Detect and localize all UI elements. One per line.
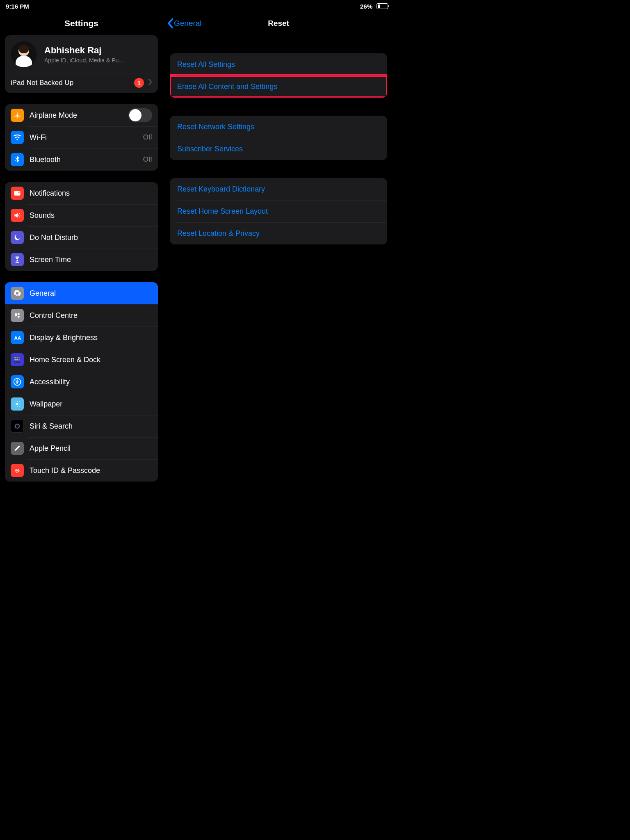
back-button[interactable]: General xyxy=(167,18,202,29)
sidebar-item-bluetooth[interactable]: Bluetooth Off xyxy=(5,148,158,171)
wifi-value: Off xyxy=(143,133,152,142)
sidebar-item-notifications[interactable]: Notifications xyxy=(5,182,158,204)
svg-rect-14 xyxy=(14,361,21,363)
display-icon: AA xyxy=(11,331,24,344)
airplane-icon xyxy=(11,109,24,122)
backup-warning-label: iPad Not Backed Up xyxy=(11,79,134,87)
accessibility-icon xyxy=(11,375,24,388)
wallpaper-label: Wallpaper xyxy=(30,400,152,409)
sidebar-item-pencil[interactable]: Apple Pencil xyxy=(5,437,158,459)
badge-count: 1 xyxy=(134,78,144,88)
erase-all-label: Erase All Content and Settings xyxy=(177,82,277,91)
battery-icon xyxy=(375,3,388,9)
svg-point-17 xyxy=(16,403,18,405)
subscriber-label: Subscriber Services xyxy=(177,145,243,153)
svg-rect-8 xyxy=(14,357,16,358)
svg-rect-13 xyxy=(18,359,20,360)
touchid-label: Touch ID & Passcode xyxy=(30,466,152,475)
svg-line-25 xyxy=(15,406,16,406)
pencil-label: Apple Pencil xyxy=(30,444,152,453)
reset-location[interactable]: Reset Location & Privacy xyxy=(170,222,387,244)
svg-point-3 xyxy=(18,191,20,193)
sidebar-item-siri[interactable]: Siri & Search xyxy=(5,415,158,437)
gear-icon xyxy=(11,287,24,300)
sidebar-item-sounds[interactable]: Sounds xyxy=(5,204,158,226)
svg-rect-4 xyxy=(15,313,17,316)
touchid-icon xyxy=(11,464,24,477)
reset-location-label: Reset Location & Privacy xyxy=(177,229,260,238)
screentime-label: Screen Time xyxy=(30,256,152,264)
subscriber-services[interactable]: Subscriber Services xyxy=(170,138,387,160)
screentime-icon xyxy=(11,253,24,266)
accessibility-label: Accessibility xyxy=(30,378,152,386)
siri-icon xyxy=(11,420,24,433)
reset-keyboard-label: Reset Keyboard Dictionary xyxy=(177,185,265,194)
svg-line-23 xyxy=(19,406,20,406)
sidebar-item-control[interactable]: Control Centre xyxy=(5,304,158,326)
reset-home-layout[interactable]: Reset Home Screen Layout xyxy=(170,200,387,222)
sidebar-group-alerts: Notifications Sounds Do Not Disturb Scre… xyxy=(5,182,158,271)
reset-network-label: Reset Network Settings xyxy=(177,123,254,131)
erase-all-content[interactable]: Erase All Content and Settings xyxy=(170,75,387,98)
detail-group-2: Reset Network Settings Subscriber Servic… xyxy=(170,116,387,160)
dnd-icon xyxy=(11,231,24,244)
general-label: General xyxy=(30,289,152,298)
bluetooth-label: Bluetooth xyxy=(30,155,140,164)
reset-all-label: Reset All Settings xyxy=(177,60,235,69)
chevron-right-icon xyxy=(148,79,152,87)
svg-point-16 xyxy=(16,379,18,381)
control-label: Control Centre xyxy=(30,311,152,320)
avatar xyxy=(11,41,37,67)
bluetooth-icon xyxy=(11,153,24,166)
svg-line-24 xyxy=(19,402,20,402)
detail-pane: General Reset Reset All Settings Erase A… xyxy=(163,11,394,525)
wifi-label: Wi-Fi xyxy=(30,133,140,142)
notifications-label: Notifications xyxy=(30,189,152,198)
settings-sidebar: Settings Abhishek Raj Apple ID, iCloud, … xyxy=(0,11,163,525)
svg-point-5 xyxy=(18,313,20,315)
wallpaper-icon xyxy=(11,397,24,411)
airplane-toggle[interactable] xyxy=(128,108,152,122)
backup-warning-row[interactable]: iPad Not Backed Up 1 xyxy=(5,73,158,93)
reset-keyboard[interactable]: Reset Keyboard Dictionary xyxy=(170,178,387,200)
svg-rect-11 xyxy=(14,359,16,360)
sidebar-item-general[interactable]: General xyxy=(5,282,158,304)
appleid-card: Abhishek Raj Apple ID, iCloud, Media & P… xyxy=(5,35,158,93)
notifications-icon xyxy=(11,187,24,200)
reset-home-label: Reset Home Screen Layout xyxy=(177,207,268,216)
sidebar-item-wallpaper[interactable]: Wallpaper xyxy=(5,393,158,415)
pencil-icon xyxy=(11,442,24,455)
control-centre-icon xyxy=(11,309,24,322)
detail-group-1: Reset All Settings Erase All Content and… xyxy=(170,53,387,98)
reset-all-settings[interactable]: Reset All Settings xyxy=(170,53,387,75)
detail-header: General Reset xyxy=(163,11,394,35)
appleid-subtitle: Apple ID, iCloud, Media & Pu… xyxy=(44,57,124,64)
sidebar-item-airplane[interactable]: Airplane Mode xyxy=(5,104,158,126)
home-screen-icon xyxy=(11,353,24,366)
sidebar-item-wifi[interactable]: Wi-Fi Off xyxy=(5,126,158,148)
sidebar-item-screentime[interactable]: Screen Time xyxy=(5,249,158,271)
svg-rect-9 xyxy=(16,357,18,358)
siri-label: Siri & Search xyxy=(30,422,152,431)
svg-point-6 xyxy=(18,316,20,318)
sidebar-title: Settings xyxy=(0,11,163,35)
sounds-icon xyxy=(11,209,24,222)
wifi-icon xyxy=(11,131,24,144)
sidebar-item-accessibility[interactable]: Accessibility xyxy=(5,371,158,393)
sidebar-item-home[interactable]: Home Screen & Dock xyxy=(5,349,158,371)
appleid-row[interactable]: Abhishek Raj Apple ID, iCloud, Media & P… xyxy=(5,35,158,73)
dnd-label: Do Not Disturb xyxy=(30,233,152,242)
sidebar-item-display[interactable]: AA Display & Brightness xyxy=(5,326,158,349)
sidebar-item-touchid[interactable]: Touch ID & Passcode xyxy=(5,459,158,482)
sidebar-item-dnd[interactable]: Do Not Disturb xyxy=(5,226,158,249)
home-label: Home Screen & Dock xyxy=(30,356,152,364)
display-label: Display & Brightness xyxy=(30,333,152,342)
reset-network[interactable]: Reset Network Settings xyxy=(170,116,387,138)
chevron-left-icon xyxy=(167,18,174,29)
status-time: 9:16 PM xyxy=(6,3,29,10)
svg-line-22 xyxy=(15,402,16,402)
detail-group-3: Reset Keyboard Dictionary Reset Home Scr… xyxy=(170,178,387,244)
battery-percent: 26% xyxy=(360,3,372,10)
status-bar: 9:16 PM 26% xyxy=(0,0,394,11)
sidebar-group-general: General Control Centre AA Display & Brig… xyxy=(5,282,158,482)
